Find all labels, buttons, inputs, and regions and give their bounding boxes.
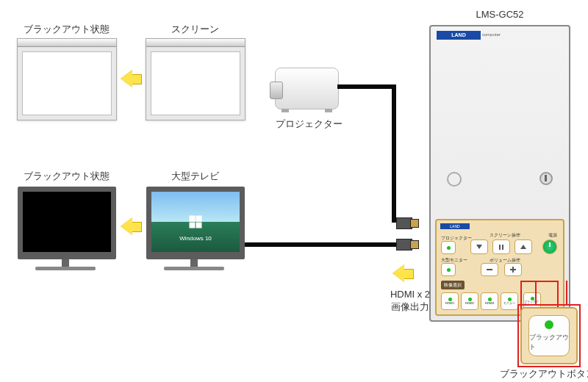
callout-connector: [566, 281, 567, 306]
projection-screen-active: Windows 10: [146, 38, 245, 120]
projection-screen-blackout: [17, 38, 117, 120]
projector-device: [275, 68, 339, 109]
blackout-button-callout: ブラックアウト: [520, 307, 578, 364]
source-hdmi1-button[interactable]: HDMI1: [441, 292, 459, 310]
source-hdmi3-button[interactable]: HDMI3: [481, 292, 498, 310]
brand-badge: LAND: [437, 31, 481, 40]
tv-blackout: [18, 187, 116, 259]
monitor-toggle-button[interactable]: [441, 263, 456, 276]
tv-active: Windows 10: [146, 187, 245, 259]
screen-pause-button[interactable]: [492, 239, 510, 254]
status-led-icon: [545, 320, 553, 329]
screen-up-button[interactable]: [514, 239, 532, 254]
source-hdmi2-button[interactable]: HDMI2: [461, 292, 478, 310]
arrow-left-icon: [121, 217, 132, 235]
os-logo-text-tv: Windows 10: [179, 235, 212, 242]
callout-connector: [535, 281, 537, 306]
label-source-select: 映像選択: [441, 281, 465, 289]
hdmi-plug-icon: [396, 239, 412, 251]
power-button[interactable]: [542, 239, 557, 254]
os-logo-text: Windows 10: [179, 99, 212, 106]
label-projector: プロジェクター: [257, 118, 360, 131]
keyhole-icon: [539, 172, 553, 185]
source-monitor-button[interactable]: モニター: [501, 292, 518, 310]
label-device-model: LMS-GC52: [448, 9, 551, 20]
arrow-left-icon: [392, 264, 404, 282]
panel-brand: LAND: [440, 223, 470, 229]
label-blackout-button: ブラックアウトボタン: [500, 367, 588, 381]
control-panel: LAND スクリーン操作 電源 プロジェクター 大型モニター ボリューム操作 映…: [435, 219, 564, 316]
volume-up-button[interactable]: [504, 263, 522, 276]
volume-down-button[interactable]: [481, 263, 498, 276]
blackout-button-text: ブラックアウト: [529, 333, 569, 352]
blackout-button-large[interactable]: ブラックアウト: [528, 315, 570, 356]
screen-down-button[interactable]: [470, 239, 488, 254]
lms-device: LAND computer LAND スクリーン操作 電源 プロジェクター 大型…: [429, 25, 570, 322]
hdmi-plug-icon: [396, 217, 412, 229]
proj-toggle-button[interactable]: [441, 241, 456, 254]
label-blackout-state-bottom: ブラックアウト状態: [15, 170, 118, 183]
bolt-icon: [447, 172, 462, 187]
label-power: 電源: [548, 232, 557, 239]
label-screen: スクリーン: [143, 23, 246, 36]
label-screen-ops: スクリーン操作: [487, 232, 523, 239]
arrow-left-icon: [121, 70, 132, 87]
label-blackout-state-top: ブラックアウト状態: [15, 23, 118, 36]
label-large-tv: 大型テレビ: [143, 170, 246, 183]
